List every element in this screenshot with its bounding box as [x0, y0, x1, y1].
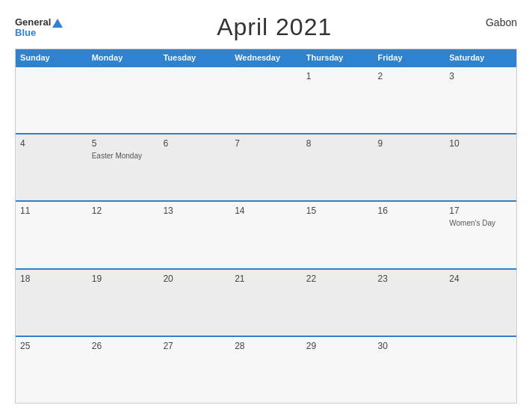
day-header-monday: Monday — [87, 49, 159, 66]
week-row-1: 45Easter Monday678910 — [16, 133, 516, 200]
day-cell: 14 — [230, 202, 302, 268]
day-header-thursday: Thursday — [302, 49, 374, 66]
day-number: 1 — [306, 71, 369, 81]
day-cell: 28 — [230, 337, 302, 403]
day-cell — [16, 67, 87, 133]
day-number: 5 — [92, 138, 155, 149]
week-row-3: 18192021222324 — [16, 268, 516, 336]
day-cell: 12 — [87, 202, 159, 268]
day-number: 29 — [306, 341, 369, 351]
day-cell: 29 — [302, 337, 374, 403]
day-cell: 8 — [302, 135, 374, 200]
day-cell: 1 — [302, 67, 374, 133]
day-number: 3 — [449, 71, 512, 81]
day-header-friday: Friday — [374, 49, 445, 66]
day-headers-row: SundayMondayTuesdayWednesdayThursdayFrid… — [16, 49, 516, 66]
day-cell: 13 — [158, 202, 230, 268]
day-cell: 9 — [374, 135, 445, 200]
day-cell: 24 — [445, 270, 516, 336]
day-cell: 10 — [445, 135, 516, 200]
day-event: Women's Day — [449, 218, 512, 228]
day-cell: 5Easter Monday — [87, 135, 159, 200]
calendar: SundayMondayTuesdayWednesdayThursdayFrid… — [15, 49, 517, 404]
day-cell — [230, 67, 302, 133]
day-number: 7 — [235, 138, 297, 149]
day-number: 16 — [378, 206, 441, 216]
day-cell: 26 — [87, 337, 159, 403]
calendar-title: April 2021 — [217, 13, 332, 41]
day-number: 26 — [92, 341, 155, 351]
calendar-grid: 12345Easter Monday67891011121314151617Wo… — [16, 66, 516, 403]
week-row-2: 11121314151617Women's Day — [16, 200, 516, 268]
day-number: 25 — [20, 341, 83, 351]
day-cell: 19 — [87, 270, 159, 336]
day-number: 10 — [449, 138, 512, 149]
day-cell: 4 — [16, 135, 87, 200]
day-header-saturday: Saturday — [445, 49, 516, 66]
day-number: 18 — [20, 274, 83, 284]
day-number: 15 — [306, 206, 369, 216]
day-header-wednesday: Wednesday — [230, 49, 302, 66]
day-cell: 27 — [158, 337, 230, 403]
day-number: 2 — [378, 71, 441, 81]
day-cell: 6 — [158, 135, 230, 200]
day-event: Easter Monday — [92, 151, 155, 161]
day-number: 8 — [306, 138, 369, 149]
day-number: 28 — [235, 341, 297, 351]
day-cell — [87, 67, 159, 133]
day-number: 21 — [235, 274, 297, 284]
day-cell: 11 — [16, 202, 87, 268]
week-row-0: 123 — [16, 66, 516, 133]
country-label: Gabon — [486, 16, 517, 28]
day-cell: 2 — [374, 67, 445, 133]
day-cell: 22 — [302, 270, 374, 336]
logo-blue-text: Blue — [15, 28, 36, 37]
day-cell: 3 — [445, 67, 516, 133]
day-cell: 16 — [374, 202, 445, 268]
day-cell: 20 — [158, 270, 230, 336]
day-number: 24 — [449, 274, 512, 284]
day-header-sunday: Sunday — [16, 49, 87, 66]
page: General Blue April 2021 Gabon SundayMond… — [0, 0, 532, 411]
logo-general-text: General — [15, 17, 63, 28]
day-cell: 23 — [374, 270, 445, 336]
day-number: 20 — [163, 274, 226, 284]
day-number: 27 — [163, 341, 226, 351]
day-number: 30 — [378, 341, 441, 351]
day-number: 14 — [235, 206, 297, 216]
day-cell: 25 — [16, 337, 87, 403]
day-cell: 7 — [230, 135, 302, 200]
day-number: 22 — [306, 274, 369, 284]
day-number: 17 — [449, 206, 512, 216]
header: General Blue April 2021 Gabon — [15, 13, 517, 41]
day-header-tuesday: Tuesday — [158, 49, 230, 66]
logo-triangle-icon — [52, 19, 63, 28]
day-number: 19 — [92, 274, 155, 284]
week-row-4: 252627282930 — [16, 336, 516, 403]
day-cell: 21 — [230, 270, 302, 336]
day-number: 9 — [378, 138, 441, 149]
day-cell — [158, 67, 230, 133]
day-cell: 17Women's Day — [445, 202, 516, 268]
day-number: 23 — [378, 274, 441, 284]
day-number: 11 — [20, 206, 83, 216]
day-number: 4 — [20, 138, 83, 149]
day-cell: 15 — [302, 202, 374, 268]
day-number: 13 — [163, 206, 226, 216]
day-cell — [445, 337, 516, 403]
day-cell: 18 — [16, 270, 87, 336]
day-number: 12 — [92, 206, 155, 216]
logo: General Blue — [15, 17, 63, 37]
day-number: 6 — [163, 138, 226, 149]
day-cell: 30 — [374, 337, 445, 403]
